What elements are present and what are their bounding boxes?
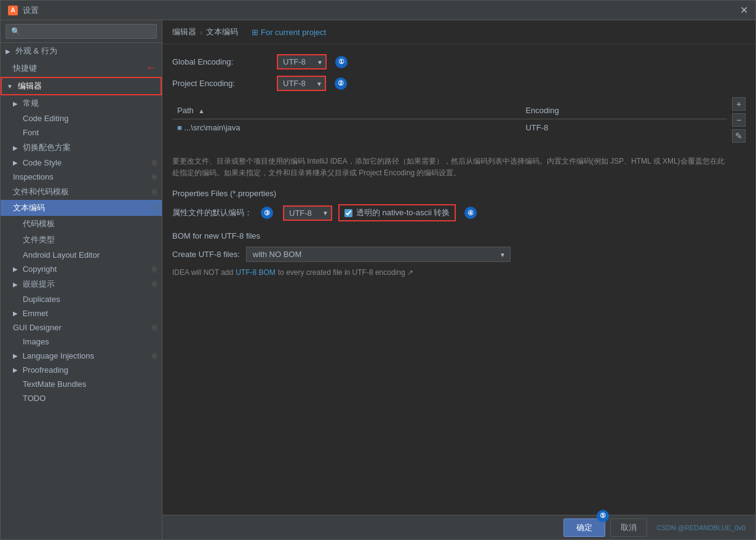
- folder-icon: ■: [177, 123, 182, 132]
- native-to-ascii-wrapper: 透明的 native-to-ascii 转换: [338, 204, 456, 221]
- sidebar-label: 切换配色方案: [23, 142, 71, 153]
- sidebar-item-live-templates[interactable]: 代码模板: [1, 216, 162, 232]
- path-table: Path ▲ Encoding ■ ...\src\main\java: [172, 102, 727, 136]
- sidebar-label: Code Editing: [23, 114, 68, 123]
- add-path-button[interactable]: +: [732, 97, 746, 111]
- bom-select[interactable]: with NO BOM with BOM: [246, 247, 511, 262]
- copy-icon: ⎘: [153, 188, 157, 196]
- remove-path-button[interactable]: −: [732, 113, 746, 127]
- sidebar-item-duplicates[interactable]: Duplicates: [1, 292, 162, 306]
- copy-icon: ⎘: [153, 159, 157, 167]
- sidebar-label: TODO: [23, 394, 46, 403]
- idea-note2-text: to every created file in UTF-8 encoding …: [278, 268, 413, 277]
- sidebar-item-file-templates[interactable]: 文件和代码模板 ⎘: [1, 184, 162, 200]
- arrow-icon: ▶: [13, 281, 18, 288]
- sidebar-item-color-scheme[interactable]: ▶ 切换配色方案: [1, 140, 162, 156]
- copy-icon: ⎘: [153, 324, 157, 332]
- badge-1: ①: [335, 56, 348, 68]
- confirm-wrapper: ⑤ 确定: [563, 518, 605, 537]
- sidebar-item-lang-inject[interactable]: ▶ Language Injections ⎘: [1, 349, 162, 363]
- right-panel: 编辑器 › 文本编码 ⊞ For current project Global …: [162, 20, 755, 539]
- path-cell: ■ ...\src\main\java: [172, 119, 520, 137]
- watermark: CSDN @REDANDBLUE_0v0: [657, 524, 746, 531]
- copy-icon: ⎘: [153, 204, 157, 212]
- properties-encoding-select[interactable]: UTF-8 GBK: [283, 205, 332, 221]
- edit-path-button[interactable]: ✎: [732, 129, 746, 143]
- sidebar-item-general[interactable]: ▶ 常规: [1, 95, 162, 111]
- idea-note-row: IDEA will NOT add UTF-8 BOM to every cre…: [172, 268, 746, 277]
- table-actions: + − ✎: [732, 97, 746, 143]
- title-bar: A 设置 ✕: [1, 1, 755, 20]
- sidebar-item-textmate[interactable]: TextMate Bundles: [1, 377, 162, 391]
- path-col-header: Path ▲: [172, 102, 520, 119]
- sidebar-label: 代码模板: [23, 218, 55, 229]
- global-encoding-select-wrap: UTF-8 GBK UTF-16 ▼: [277, 54, 327, 69]
- window-title: 设置: [23, 5, 740, 16]
- arrow-icon: ▶: [13, 100, 18, 107]
- idea-note-text: IDEA will NOT add: [172, 268, 233, 277]
- sidebar-item-copyright[interactable]: ▶ Copyright ⎘: [1, 262, 162, 276]
- utf8-bom-link[interactable]: UTF-8 BOM: [236, 268, 276, 277]
- sidebar-item-emmet[interactable]: ▶ Emmet: [1, 306, 162, 320]
- arrow-icon: ▶: [13, 352, 18, 359]
- sidebar-item-file-types[interactable]: 文件类型: [1, 232, 162, 248]
- sidebar-label: 文件类型: [23, 234, 55, 245]
- sidebar-label: 编辑器: [18, 81, 42, 92]
- for-current-project-link[interactable]: ⊞ For current project: [252, 28, 326, 37]
- info-text: 要更改文件、目录或整个项目使用的编码 IntelliJ IDEA，添加它的路径（…: [172, 156, 726, 179]
- sidebar-item-proofreading[interactable]: ▶ Proofreading: [1, 363, 162, 377]
- create-label: Create UTF-8 files:: [172, 250, 240, 259]
- bom-select-wrapper: with NO BOM with BOM ▼: [246, 247, 511, 262]
- sidebar-item-text-encoding[interactable]: 文本编码 ⎘: [1, 200, 162, 216]
- native-ascii-checkbox[interactable]: [344, 209, 352, 217]
- sidebar-label: Font: [23, 128, 39, 137]
- sidebar-label: 嵌嵌提示: [23, 279, 55, 290]
- sidebar-item-appearance[interactable]: ▶ 外观 & 行为: [1, 43, 162, 59]
- path-table-wrapper: Path ▲ Encoding ■ ...\src\main\java: [172, 97, 746, 146]
- sidebar-item-images[interactable]: Images: [1, 335, 162, 349]
- breadcrumb-sep: ›: [200, 28, 202, 37]
- native-ascii-label: 透明的 native-to-ascii 转换: [356, 207, 450, 218]
- global-encoding-select[interactable]: UTF-8 GBK UTF-16: [277, 54, 327, 69]
- breadcrumb-editor: 编辑器: [172, 26, 196, 38]
- sidebar-item-android-layout[interactable]: Android Layout Editor: [1, 248, 162, 262]
- badge-3: ③: [261, 207, 273, 219]
- copy-icon: ⎘: [153, 173, 157, 181]
- sidebar-item-todo[interactable]: TODO: [1, 391, 162, 405]
- sidebar-label: Images: [23, 337, 49, 346]
- sidebar-label: Inspections: [13, 172, 54, 181]
- arrow-icon: ▶: [13, 367, 18, 373]
- sidebar-label: Proofreading: [23, 365, 68, 375]
- arrow-icon: ▶: [6, 48, 10, 55]
- sidebar-item-shortcuts[interactable]: 快捷键 ←: [1, 59, 162, 77]
- copy-icon: ⎘: [153, 265, 157, 274]
- search-bar: [1, 20, 162, 43]
- sidebar-label: 文件和代码模板: [13, 186, 69, 197]
- sidebar-item-code-style[interactable]: ▶ Code Style ⎘: [1, 156, 162, 170]
- close-button[interactable]: ✕: [740, 4, 748, 16]
- sidebar-label: 快捷键: [13, 63, 37, 74]
- arrow-icon: ▶: [13, 310, 18, 317]
- main-content: ▶ 外观 & 行为 快捷键 ← ▼ 编辑器 ▶ 常规 Code Editing …: [1, 20, 755, 539]
- cancel-button[interactable]: 取消: [610, 518, 647, 537]
- breadcrumb-current: 文本编码: [206, 26, 238, 38]
- sidebar-item-editor[interactable]: ▼ 编辑器: [1, 77, 162, 95]
- app-icon: A: [8, 6, 18, 15]
- settings-window: A 设置 ✕ ▶ 外观 & 行为 快捷键 ← ▼ 编辑器 ▶: [0, 0, 756, 540]
- badge-5: ⑤: [597, 510, 609, 522]
- arrow-icon: ▶: [13, 145, 18, 151]
- table-row[interactable]: ■ ...\src\main\java UTF-8: [172, 119, 727, 137]
- sidebar-item-code-editing[interactable]: Code Editing: [1, 111, 162, 125]
- bottom-bar: ⑤ 确定 取消 CSDN @REDANDBLUE_0v0: [162, 515, 755, 539]
- panel-content: Global Encoding: UTF-8 GBK UTF-16 ▼ ① Pr…: [162, 44, 755, 515]
- sidebar: ▶ 外观 & 行为 快捷键 ← ▼ 编辑器 ▶ 常规 Code Editing …: [1, 20, 162, 539]
- sidebar-item-inspections[interactable]: Inspections ⎘: [1, 170, 162, 184]
- sidebar-label: Copyright: [23, 264, 57, 274]
- project-encoding-select[interactable]: UTF-8 GBK: [277, 76, 326, 91]
- arrow-icon: ▼: [7, 83, 13, 90]
- sort-arrow-icon: ▲: [198, 108, 204, 114]
- sidebar-item-embedded-hints[interactable]: ▶ 嵌嵌提示 ⎘: [1, 276, 162, 292]
- sidebar-item-font[interactable]: Font: [1, 125, 162, 140]
- search-input[interactable]: [6, 24, 157, 39]
- sidebar-item-gui-designer[interactable]: GUI Designer ⎘: [1, 320, 162, 335]
